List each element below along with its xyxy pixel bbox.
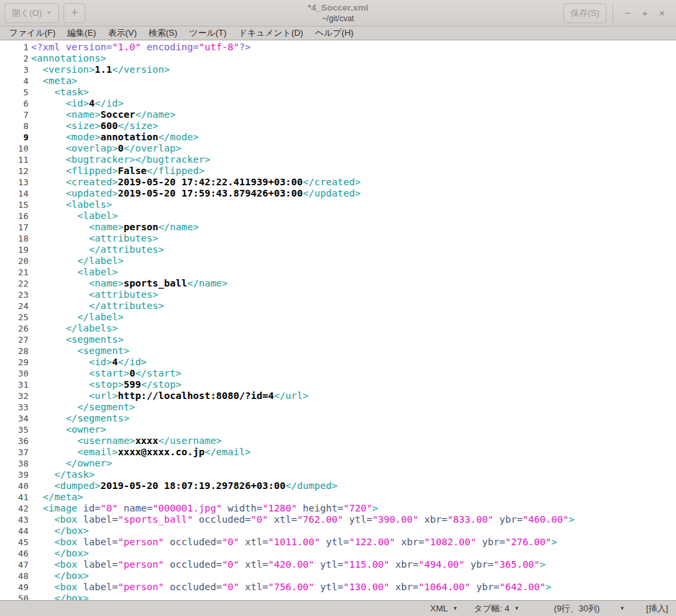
line-number: 11 [0,154,28,165]
code-line[interactable]: 24 </attributes> [0,300,676,312]
menu-item-2[interactable]: 編集(E) [62,26,102,40]
line-number: 32 [0,390,28,402]
code-line[interactable]: 45 <box label="person" occluded="0" xtl=… [0,537,676,548]
code-line[interactable]: 1<?xml version="1.0" encoding="utf-8"?> [0,42,676,53]
code-line[interactable]: 49 <box label="person" occluded="0" xtl=… [0,582,676,593]
code-line[interactable]: 12 <flipped>False</flipped> [0,165,676,177]
code-line[interactable]: 5 <task> [0,87,676,98]
code-line[interactable]: 15 <labels> [0,199,676,210]
line-number: 14 [0,188,28,199]
code-line[interactable]: 18 <attributes> [0,233,676,244]
menu-item-5[interactable]: ツール(T) [183,26,232,40]
code-line[interactable]: 23 <attributes> [0,289,676,300]
code-line[interactable]: 26 </labels> [0,323,676,334]
goto-line-dropdown[interactable]: ▼ [620,605,625,611]
code-line[interactable]: 39 </task> [0,469,676,480]
code-line[interactable]: 17 <name>person</name> [0,222,676,233]
code-line[interactable]: 28 <segment> [0,345,676,357]
code-text: <attributes> [28,289,158,300]
menu-item-4[interactable]: 検索(S) [143,26,183,40]
code-line[interactable]: 14 <updated>2019-05-20 17:59:43.879426+0… [0,188,676,199]
line-number: 7 [0,109,28,120]
code-text: <start>0</start> [28,368,181,379]
code-line[interactable]: 31 <stop>599</stop> [0,379,676,390]
code-text: <stop>599</stop> [28,379,181,390]
plus-icon: + [71,6,78,20]
code-text: <name>person</name> [28,222,199,233]
close-button[interactable]: × [653,4,671,22]
menu-item-6[interactable]: ドキュメント(D) [232,26,309,40]
code-line[interactable]: 20 </label> [0,255,676,267]
code-line[interactable]: 7 <name>Soccer</name> [0,109,676,120]
text-editor[interactable]: 1<?xml version="1.0" encoding="utf-8"?>2… [0,40,676,600]
maximize-button[interactable]: + [636,4,653,22]
menu-item-7[interactable]: ヘルプ(H) [309,26,360,40]
code-line[interactable]: 41 </meta> [0,492,676,503]
code-line[interactable]: 33 </segment> [0,402,676,413]
code-line[interactable]: 9 <mode>annotation</mode> [0,132,676,143]
insert-mode-label: [挿入] [646,603,668,615]
code-line[interactable]: 13 <created>2019-05-20 17:42:22.411939+0… [0,177,676,188]
line-number: 37 [0,447,28,458]
code-line[interactable]: 42 <image id="0" name="000001.jpg" width… [0,503,676,514]
menu-item-3[interactable]: 表示(V) [102,26,142,40]
code-line[interactable]: 27 <segments> [0,334,676,345]
code-text: <id>4</id> [28,98,124,109]
code-line[interactable]: 11 <bugtracker></bugtracker> [0,154,676,165]
code-line[interactable]: 3 <version>1.1</version> [0,64,676,75]
line-number: 6 [0,98,28,109]
code-line[interactable]: 30 <start>0</start> [0,368,676,379]
code-line[interactable]: 38 </owner> [0,458,676,469]
menu-item-1[interactable]: ファイル(F) [3,26,62,40]
code-line[interactable]: 43 <box label="sports_ball" occluded="0"… [0,514,676,525]
code-line[interactable]: 44 </box> [0,525,676,537]
code-line[interactable]: 35 <owner> [0,424,676,435]
code-line[interactable]: 46 </box> [0,548,676,559]
line-number: 5 [0,87,28,98]
code-line[interactable]: 6 <id>4</id> [0,98,676,109]
titlebar-right-buttons: 保存(S) − + × [563,3,671,23]
chevron-down-icon: ▼ [514,605,520,611]
code-line[interactable]: 29 <id>4</id> [0,357,676,368]
code-line[interactable]: 10 <overlap>0</overlap> [0,143,676,154]
line-number: 35 [0,424,28,435]
code-text: <url>http://localhost:8080/?id=4</url> [28,390,309,402]
code-line[interactable]: 8 <size>600</size> [0,120,676,132]
code-text: <name>Soccer</name> [28,109,175,120]
tab-width-selector[interactable]: タブ幅: 4 ▼ [473,603,519,615]
code-line[interactable]: 25 </label> [0,312,676,323]
language-selector[interactable]: XML ▼ [430,603,458,613]
code-text: <?xml version="1.0" encoding="utf-8"?> [28,42,251,53]
line-number: 49 [0,582,28,593]
new-document-button[interactable]: + [64,3,85,23]
code-line[interactable]: 19 </attributes> [0,244,676,255]
title-block: *4_Soccer.xml ~/git/cvat [308,3,369,24]
code-line[interactable]: 47 <box label="person" occluded="0" xtl=… [0,559,676,570]
code-line[interactable]: 2<annotations> [0,53,676,64]
code-line[interactable]: 21 <label> [0,267,676,278]
cursor-position[interactable]: (9行、30列) [554,603,599,615]
minimize-button[interactable]: − [619,4,636,22]
code-text: <bugtracker></bugtracker> [28,154,211,165]
code-line[interactable]: 50 </box> [0,593,676,600]
code-line[interactable]: 22 <name>sports_ball</name> [0,278,676,289]
line-number: 21 [0,267,28,278]
code-line[interactable]: 16 <label> [0,210,676,222]
close-icon: × [659,7,665,19]
code-text: <annotations> [28,53,107,64]
line-number: 29 [0,357,28,368]
code-line[interactable]: 32 <url>http://localhost:8080/?id=4</url… [0,390,676,402]
save-button[interactable]: 保存(S) [563,3,606,23]
document-path: ~/git/cvat [308,14,369,24]
open-button[interactable]: 開く(O) ▼ [5,3,59,23]
line-number: 47 [0,559,28,570]
code-line[interactable]: 48 </box> [0,570,676,582]
code-text: <mode>annotation</mode> [28,132,199,143]
code-line[interactable]: 4 <meta> [0,75,676,87]
line-number: 48 [0,570,28,582]
code-line[interactable]: 36 <username>xxxx</username> [0,435,676,447]
gedit-window: 開く(O) ▼ + *4_Soccer.xml ~/git/cvat 保存(S)… [0,0,676,616]
code-line[interactable]: 37 <email>xxxx@xxxx.co.jp</email> [0,447,676,458]
code-line[interactable]: 34 </segments> [0,413,676,424]
code-line[interactable]: 40 <dumped>2019-05-20 18:07:19.297826+03… [0,480,676,492]
